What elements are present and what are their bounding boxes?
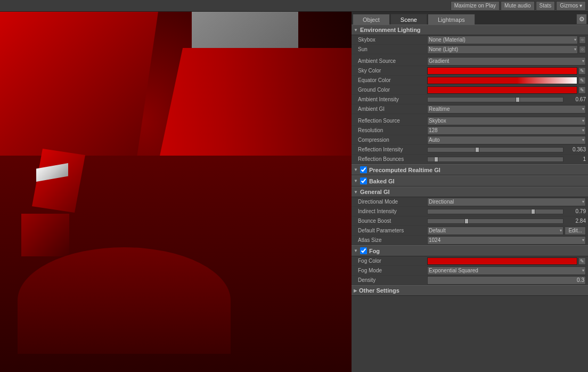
environment-lighting-title: Environment Lighting: [360, 27, 421, 33]
directional-mode-label: Directional Mode: [358, 199, 427, 205]
reflection-bounces-number: 1: [566, 156, 586, 162]
scene-shape-box2: [21, 214, 69, 256]
sun-row: Sun None (Light) ▾ ○: [352, 45, 588, 54]
bounce-boost-row: Bounce Boost 2.84: [352, 216, 588, 226]
equator-color-label: Equator Color: [358, 77, 427, 83]
reflection-intensity-value: 0.363: [427, 147, 586, 152]
default-params-edit-button[interactable]: Edit...: [565, 227, 586, 235]
fog-color-label: Fog Color: [358, 258, 427, 264]
settings-icon-button[interactable]: ⚙: [576, 14, 587, 25]
fog-mode-dropdown[interactable]: Exponential Squared ▾: [427, 266, 586, 275]
ambient-gi-value: Realtime ▾: [427, 105, 586, 114]
panel-content: ▼ Environment Lighting Skybox None (Mate…: [352, 25, 588, 372]
resolution-dropdown[interactable]: 128 ▾: [427, 126, 586, 135]
precomputed-gi-checkbox[interactable]: [360, 166, 367, 173]
fog-mode-arrow: ▾: [582, 268, 584, 273]
default-params-value: Default ▾ Edit...: [427, 227, 586, 235]
compression-label: Compression: [358, 137, 427, 143]
skybox-picker-btn[interactable]: ○: [579, 36, 586, 44]
atlas-size-label: Atlas Size: [358, 237, 427, 243]
equator-color-picker-btn[interactable]: ✎: [578, 77, 586, 84]
ambient-gi-dropdown[interactable]: Realtime ▾: [427, 105, 586, 114]
sun-value: None (Light) ▾ ○: [427, 45, 586, 54]
sky-color-value: ✎: [427, 67, 586, 75]
environment-lighting-header[interactable]: ▼ Environment Lighting: [352, 25, 588, 35]
reflection-bounces-label: Reflection Bounces: [358, 156, 427, 162]
indirect-intensity-row: Indirect Intensity 0.79: [352, 207, 588, 216]
reflection-intensity-slider-row: 0.363: [427, 147, 586, 152]
indirect-intensity-value: 0.79: [427, 208, 586, 214]
tab-scene[interactable]: Scene: [390, 14, 427, 25]
mute-audio-button[interactable]: Mute audio: [501, 1, 534, 11]
sun-dropdown[interactable]: None (Light) ▾: [427, 45, 578, 54]
ground-color-picker-btn[interactable]: ✎: [578, 86, 586, 94]
baked-gi-header[interactable]: ▼ Baked GI: [352, 175, 588, 187]
equator-color-swatch[interactable]: [427, 77, 577, 84]
atlas-size-row: Atlas Size 1024 ▾: [352, 236, 588, 245]
reflection-bounces-slider-row: 1: [427, 156, 586, 162]
baked-gi-arrow: ▼: [354, 179, 358, 183]
ambient-gi-label: Ambient GI: [358, 106, 427, 112]
skybox-label: Skybox: [358, 37, 427, 43]
atlas-size-dropdown[interactable]: 1024 ▾: [427, 236, 586, 245]
ground-color-swatch[interactable]: [427, 86, 577, 94]
other-settings-header[interactable]: ▶ Other Settings: [352, 285, 588, 296]
reflection-source-dropdown[interactable]: Skybox ▾: [427, 117, 586, 125]
fog-color-swatch[interactable]: [427, 257, 577, 265]
fog-checkbox[interactable]: [360, 247, 367, 254]
sky-color-swatch[interactable]: [427, 67, 577, 75]
general-gi-header[interactable]: ▼ General GI: [352, 187, 588, 197]
ambient-source-dropdown[interactable]: Gradient ▾: [427, 57, 586, 66]
sky-color-row: Sky Color ✎: [352, 66, 588, 76]
skybox-value: None (Material) ▾ ○: [427, 36, 586, 44]
tab-object[interactable]: Object: [353, 14, 390, 25]
indirect-intensity-slider[interactable]: [427, 209, 564, 214]
fog-arrow: ▼: [354, 248, 358, 253]
sun-picker-btn[interactable]: ○: [579, 46, 586, 53]
bounce-boost-slider-row: 2.84: [427, 218, 586, 224]
reflection-bounces-slider[interactable]: [427, 157, 564, 162]
stats-button[interactable]: Stats: [536, 1, 556, 11]
maximize-on-play-button[interactable]: Maximize on Play: [451, 1, 500, 11]
toolbar: Maximize on Play Mute audio Stats Gizmos…: [0, 0, 588, 12]
ambient-gi-row: Ambient GI Realtime ▾: [352, 104, 588, 114]
resolution-row: Resolution 128 ▾: [352, 126, 588, 135]
ambient-source-value: Gradient ▾: [427, 57, 586, 66]
fog-header[interactable]: ▼ Fog: [352, 245, 588, 256]
fog-color-picker-btn[interactable]: ✎: [578, 257, 586, 265]
directional-mode-dropdown[interactable]: Directional ▾: [427, 198, 586, 206]
ground-color-label: Ground Color: [358, 87, 427, 93]
other-settings-arrow: ▶: [354, 288, 357, 293]
density-value: 0.3: [427, 276, 586, 285]
precomputed-gi-header[interactable]: ▼ Precomputed Realtime GI: [352, 164, 588, 175]
baked-gi-checkbox[interactable]: [360, 177, 367, 184]
compression-dropdown[interactable]: Auto ▾: [427, 136, 586, 144]
scene-curve: [18, 247, 231, 354]
ambient-source-label: Ambient Source: [358, 58, 427, 64]
reflection-intensity-number: 0.363: [566, 147, 586, 152]
equator-color-swatch-row: ✎: [427, 77, 586, 84]
skybox-dropdown[interactable]: None (Material) ▾: [427, 36, 578, 44]
indirect-intensity-label: Indirect Intensity: [358, 208, 427, 214]
tab-lightmaps[interactable]: Lightmaps: [428, 14, 475, 25]
bounce-boost-slider[interactable]: [427, 219, 564, 224]
ambient-intensity-row: Ambient Intensity 0.67: [352, 95, 588, 104]
reflection-intensity-slider[interactable]: [427, 147, 564, 152]
sky-color-picker-btn[interactable]: ✎: [578, 67, 586, 75]
directional-mode-value: Directional ▾: [427, 198, 586, 206]
sun-label: Sun: [358, 46, 427, 52]
ambient-intensity-slider[interactable]: [427, 97, 564, 102]
default-params-dropdown[interactable]: Default ▾: [427, 227, 564, 235]
skybox-row: Skybox None (Material) ▾ ○: [352, 35, 588, 45]
default-params-row: Default Parameters Default ▾ Edit...: [352, 226, 588, 236]
ambient-intensity-label: Ambient Intensity: [358, 96, 427, 102]
fog-mode-label: Fog Mode: [358, 268, 427, 273]
ambient-gi-arrow: ▾: [582, 107, 584, 111]
precomputed-gi-arrow: ▼: [354, 167, 358, 172]
bounce-boost-number: 2.84: [566, 218, 586, 224]
gizmos-button[interactable]: Gizmos ▾: [556, 1, 586, 11]
resolution-value: 128 ▾: [427, 126, 586, 135]
bounce-boost-value: 2.84: [427, 218, 586, 224]
density-input[interactable]: 0.3: [427, 276, 586, 285]
reflection-intensity-row: Reflection Intensity 0.363: [352, 145, 588, 155]
